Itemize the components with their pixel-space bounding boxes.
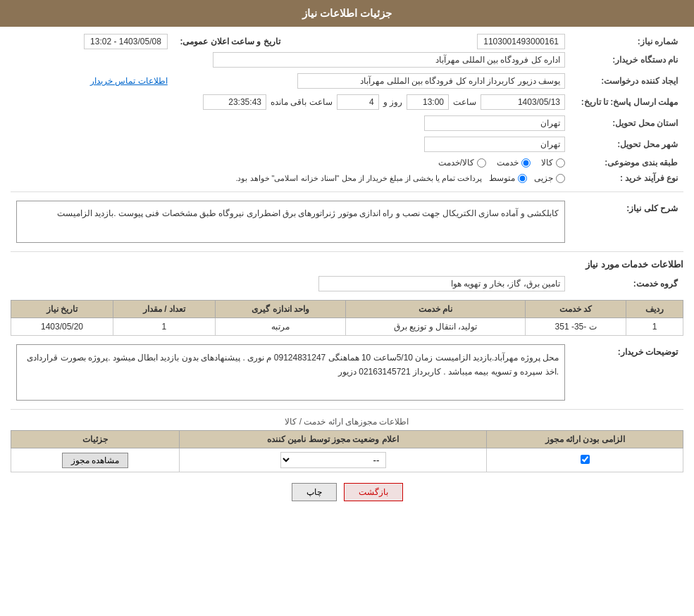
deadline-remaining-box: 23:35:43 bbox=[203, 94, 266, 110]
license-status-select[interactable]: -- bbox=[280, 452, 386, 468]
table-row: 1ت -35- 351تولید، انتقال و توزیع برقمرتب… bbox=[11, 318, 683, 336]
deadline-row-cell: 1403/05/13 ساعت 13:00 روز و 4 ساعت باقی … bbox=[11, 92, 571, 113]
contact-link-cell: اطلاعات تماس خریدار bbox=[11, 70, 173, 92]
service-group-box: تامین برق، گاز، بخار و تهویه هوا bbox=[318, 276, 565, 291]
deadline-time-label: ساعت bbox=[453, 97, 476, 107]
radio-goods-service[interactable] bbox=[477, 158, 486, 168]
bottom-buttons: بازگشت چاپ bbox=[11, 483, 683, 501]
buyer-note-box: محل پروژه مهرآباد.بازدید الزامیست زمان 5… bbox=[16, 344, 565, 401]
service-group-table: گروه خدمت: تامین برق، گاز، بخار و تهویه … bbox=[11, 273, 683, 294]
radio-minor-label: جزیی bbox=[534, 173, 553, 183]
license-table: الزامی بودن ارائه مجوز اعلام وضعیت مجوز … bbox=[11, 430, 683, 472]
description-box: کابلکشی و آماده سازی الکتریکال جهت نصب و… bbox=[16, 201, 565, 243]
radio-item-goods[interactable]: کالا bbox=[541, 158, 565, 168]
deadline-time-box: 13:00 bbox=[407, 94, 449, 110]
process-note: پرداخت تمام یا بخشی از مبلغ خریدار از مح… bbox=[235, 174, 482, 183]
delivery-province-value: تهران bbox=[11, 113, 571, 134]
description-label: شرح کلی نیاز: bbox=[571, 198, 683, 246]
radio-goods[interactable] bbox=[556, 158, 565, 168]
license-section-title: اطلاعات مجوزهای ارائه خدمت / کالا bbox=[11, 417, 683, 427]
deadline-row: 1403/05/13 ساعت 13:00 روز و 4 ساعت باقی … bbox=[16, 94, 565, 110]
delivery-city-value: تهران bbox=[11, 134, 571, 155]
classification-radio-group: کالا خدمت کالا/خدمت bbox=[16, 158, 565, 168]
request-number-box: 1103001493000161 bbox=[477, 34, 565, 49]
public-announce-label: تاریخ و ساعت اعلان عمومی: bbox=[173, 34, 286, 49]
cell-quantity: 1 bbox=[113, 318, 216, 336]
buyer-org-box: اداره کل فرودگاه بین المللی مهرآباد bbox=[213, 52, 565, 68]
public-announce-value: 1403/05/08 - 13:02 bbox=[11, 34, 173, 49]
license-col-details: جزئیات bbox=[11, 431, 180, 448]
delivery-province-label: استان محل تحویل: bbox=[571, 113, 683, 134]
col-row: ردیف bbox=[626, 301, 683, 318]
col-date: تاریخ نیاز bbox=[11, 301, 113, 318]
description-table: شرح کلی نیاز: کابلکشی و آماده سازی الکتر… bbox=[11, 198, 683, 246]
services-section-title: اطلاعات خدمات مورد نیاز bbox=[11, 259, 683, 270]
creator-value: یوسف دزیور کاربرداز اداره کل فرودگاه بین… bbox=[173, 70, 571, 92]
deadline-date-box: 1403/05/13 bbox=[481, 94, 565, 110]
content-area: شماره نیاز: 1103001493000161 تاریخ و ساع… bbox=[0, 27, 694, 519]
page-wrapper: جزئیات اطلاعات نیاز شماره نیاز: 11030014… bbox=[0, 0, 694, 616]
process-type-row: جزیی متوسط پرداخت تمام یا بخشی از مبلغ خ… bbox=[11, 170, 571, 186]
classification-label: طبقه بندی موضوعی: bbox=[571, 155, 683, 170]
radio-medium-label: متوسط bbox=[489, 173, 515, 183]
creator-box: یوسف دزیور کاربرداز اداره کل فرودگاه بین… bbox=[297, 73, 565, 89]
col-quantity: تعداد / مقدار bbox=[113, 301, 216, 318]
print-button[interactable]: چاپ bbox=[292, 483, 337, 501]
delivery-province-box: تهران bbox=[424, 115, 565, 131]
creator-label: ایجاد کننده درخواست: bbox=[571, 70, 683, 92]
radio-service[interactable] bbox=[521, 158, 531, 168]
license-col-required: الزامی بودن ارائه مجوز bbox=[487, 431, 683, 448]
deadline-days-label: روز و bbox=[383, 97, 402, 107]
radio-medium[interactable] bbox=[518, 174, 527, 183]
cell-name: تولید، انتقال و توزیع برق bbox=[346, 318, 526, 336]
radio-item-medium[interactable]: متوسط bbox=[489, 173, 527, 183]
cell-row: 1 bbox=[626, 318, 683, 336]
page-title: جزئیات اطلاعات نیاز bbox=[302, 7, 392, 19]
col-name: نام خدمت bbox=[346, 301, 526, 318]
license-required-cell bbox=[487, 448, 683, 472]
cell-date: 1403/05/20 bbox=[11, 318, 113, 336]
deadline-label: مهلت ارسال پاسخ: تا تاریخ: bbox=[571, 92, 683, 113]
description-value-cell: کابلکشی و آماده سازی الکتریکال جهت نصب و… bbox=[11, 198, 571, 246]
page-header: جزئیات اطلاعات نیاز bbox=[0, 0, 694, 27]
radio-item-service[interactable]: خدمت bbox=[497, 158, 531, 168]
top-info-table: شماره نیاز: 1103001493000161 تاریخ و ساع… bbox=[11, 34, 683, 186]
delivery-city-label: شهر محل تحویل: bbox=[571, 134, 683, 155]
buyer-note-value-cell: محل پروژه مهرآباد.بازدید الزامیست زمان 5… bbox=[11, 341, 571, 403]
license-details-cell: مشاهده مجوز bbox=[11, 448, 180, 472]
request-number-label: شماره نیاز: bbox=[571, 34, 683, 49]
buyer-note-label: توضیحات خریدار: bbox=[571, 341, 683, 403]
request-number-value: 1103001493000161 bbox=[286, 34, 571, 49]
service-group-value-cell: تامین برق، گاز، بخار و تهویه هوا bbox=[11, 273, 571, 294]
radio-minor[interactable] bbox=[556, 174, 565, 183]
delivery-city-box: تهران bbox=[424, 137, 565, 152]
col-code: کد خدمت bbox=[526, 301, 626, 318]
process-type-radio-group: جزیی متوسط پرداخت تمام یا بخشی از مبلغ خ… bbox=[16, 173, 565, 183]
process-type-label: نوع فرآیند خرید : bbox=[571, 170, 683, 186]
radio-service-label: خدمت bbox=[497, 158, 519, 168]
classification-row: کالا خدمت کالا/خدمت bbox=[11, 155, 571, 170]
radio-item-minor[interactable]: جزیی bbox=[534, 173, 565, 183]
radio-item-goods-service[interactable]: کالا/خدمت bbox=[438, 158, 486, 168]
license-row: --مشاهده مجوز bbox=[11, 448, 683, 472]
view-license-button[interactable]: مشاهده مجوز bbox=[62, 453, 128, 468]
radio-goods-label: کالا bbox=[541, 158, 553, 168]
contact-link[interactable]: اطلاعات تماس خریدار bbox=[90, 76, 168, 86]
col-unit: واحد اندازه گیری bbox=[215, 301, 346, 318]
services-table: ردیف کد خدمت نام خدمت واحد اندازه گیری ت… bbox=[11, 300, 683, 336]
license-col-status: اعلام وضعیت مجوز توسط نامین کننده bbox=[179, 431, 487, 448]
cell-unit: مرتبه bbox=[215, 318, 346, 336]
buyer-org-value: اداره کل فرودگاه بین المللی مهرآباد bbox=[11, 49, 571, 70]
buyer-org-label: نام دستگاه خریدار: bbox=[571, 49, 683, 70]
public-announce-box: 1403/05/08 - 13:02 bbox=[84, 34, 168, 49]
deadline-days-box: 4 bbox=[337, 94, 379, 110]
deadline-remaining-label: ساعت باقی مانده bbox=[271, 97, 333, 107]
back-button[interactable]: بازگشت bbox=[344, 483, 403, 501]
service-group-label: گروه خدمت: bbox=[571, 273, 683, 294]
radio-goods-service-label: کالا/خدمت bbox=[438, 158, 474, 168]
buyer-note-table: توضیحات خریدار: محل پروژه مهرآباد.بازدید… bbox=[11, 341, 683, 403]
cell-code: ت -35- 351 bbox=[526, 318, 626, 336]
license-required-checkbox[interactable] bbox=[581, 455, 590, 464]
license-status-cell: -- bbox=[179, 448, 487, 472]
